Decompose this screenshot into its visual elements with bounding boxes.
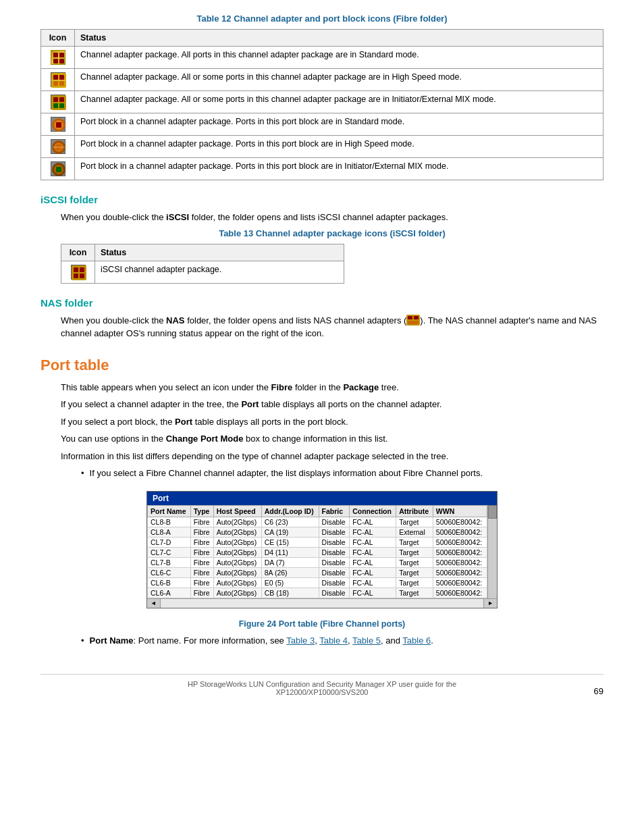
port-table-cell: FC-AL — [350, 567, 396, 577]
port-table-cell: FC-AL — [350, 537, 396, 547]
footer-product-text: HP StorageWorks LUN Configuration and Se… — [188, 680, 456, 696]
port-table-row: CL7-DFibreAuto(2Gbps)CE (15)DisableFC-AL… — [148, 537, 487, 547]
svg-rect-9 — [59, 81, 64, 86]
port-table-cell: CL6-A — [148, 588, 191, 598]
port-table-cell: Auto(2Gbps) — [213, 577, 261, 588]
scroll-right-btn[interactable]: ► — [483, 599, 497, 608]
port-table-wrapper: Port Name Type Host Speed Addr.(Loop ID)… — [147, 505, 487, 598]
port-table-cell: 50060E80042: — [433, 527, 487, 537]
port-table-cell: FC-AL — [350, 588, 396, 598]
port-table-cell: Disable — [319, 527, 350, 537]
port-table-row: CL7-CFibreAuto(2Gbps)D4 (11)DisableFC-AL… — [148, 547, 487, 557]
port-table-header-row: Port Name Type Host Speed Addr.(Loop ID)… — [148, 505, 487, 517]
figure24-caption: Figure 24 Port table (Fibre Channel port… — [41, 619, 603, 629]
port-table-screenshot: Port Port Name Type Host Speed Addr.(Loo… — [146, 491, 498, 608]
port-table-cell: Disable — [319, 567, 350, 577]
port-table-cell: Disable — [319, 557, 350, 567]
svg-rect-28 — [80, 267, 84, 272]
table12-container: Table 12 Channel adapter and port block … — [41, 14, 603, 180]
table-row: Port block in a channel adapter package.… — [41, 136, 603, 158]
port-table-cell: CL7-C — [148, 547, 191, 557]
port-table-cell: D4 (11) — [261, 547, 319, 557]
svg-rect-3 — [53, 59, 58, 63]
table13-row1-status: iSCSI channel adapter package. — [95, 261, 344, 283]
port-screenshot-scroll-area: Port Name Type Host Speed Addr.(Loop ID)… — [147, 505, 497, 598]
table12-row2-status: Channel adapter package. All or some por… — [75, 69, 603, 91]
port-table-cell: FC-AL — [350, 517, 396, 527]
port-table-cell: Fibre — [190, 557, 213, 567]
port-table-row: CL6-CFibreAuto(2Gbps)8A (26)DisableFC-AL… — [148, 567, 487, 577]
page-footer: HP StorageWorks LUN Configuration and Se… — [41, 674, 603, 696]
port-table-cell: Auto(2Gbps) — [213, 567, 261, 577]
col-port-name: Port Name — [148, 505, 191, 517]
link-table5[interactable]: Table 5 — [352, 635, 381, 646]
svg-rect-27 — [74, 267, 78, 272]
port-table-cell: CL8-B — [148, 517, 191, 527]
port-table-cell: FC-AL — [350, 527, 396, 537]
horizontal-scrollbar[interactable]: ◄ ► — [147, 598, 497, 608]
port-table-cell: Auto(2Gbps) — [213, 537, 261, 547]
col-wwn: WWN — [433, 505, 487, 517]
port-block-highspeed-icon — [51, 139, 65, 154]
port-table-cell: Fibre — [190, 567, 213, 577]
table-row: iSCSI channel adapter package. — [61, 261, 344, 283]
table12-header-icon: Icon — [41, 30, 75, 47]
link-table6[interactable]: Table 6 — [402, 635, 431, 646]
table-row: Channel adapter package. All or some por… — [41, 91, 603, 113]
link-table4[interactable]: Table 4 — [319, 635, 348, 646]
icon-pb-standard — [41, 113, 75, 136]
svg-rect-2 — [59, 53, 64, 57]
scroll-left-btn[interactable]: ◄ — [147, 599, 161, 608]
svg-rect-29 — [74, 273, 78, 278]
vertical-scrollbar[interactable] — [487, 505, 497, 598]
scrollbar-thumb[interactable] — [488, 505, 497, 519]
table12-row4-status: Port block in a channel adapter package.… — [75, 113, 603, 136]
icon-ca-mix — [41, 91, 75, 113]
port-table-cell: CL7-D — [148, 537, 191, 547]
port-table-cell: Target — [396, 557, 433, 567]
port-table-cell: E0 (5) — [261, 577, 319, 588]
port-table-bullet1: If you select a Fibre Channel channel ad… — [41, 467, 603, 480]
table13-header-status: Status — [95, 244, 344, 261]
table13-header-icon: Icon — [61, 244, 95, 261]
port-table-cell: Disable — [319, 547, 350, 557]
port-table-cell: CB (18) — [261, 588, 319, 598]
port-table-heading: Port table — [41, 357, 603, 374]
port-table-para5: Information in this list differs dependi… — [41, 450, 603, 463]
port-table-cell: Auto(2Gbps) — [213, 547, 261, 557]
col-type: Type — [190, 505, 213, 517]
table12-title: Table 12 Channel adapter and port block … — [41, 14, 603, 24]
channel-adapter-standard-icon — [51, 50, 65, 65]
port-table-cell: Target — [396, 537, 433, 547]
port-block-standard-icon — [51, 117, 65, 132]
port-table-cell: Fibre — [190, 527, 213, 537]
table13-container: Table 13 Channel adapter package icons (… — [41, 228, 603, 284]
table12-row3-status: Channel adapter package. All or some por… — [75, 91, 603, 113]
port-table-para3: If you select a port block, the Port tab… — [41, 415, 603, 429]
port-table-cell: DA (7) — [261, 557, 319, 567]
port-table-cell: Target — [396, 547, 433, 557]
port-table-cell: Fibre — [190, 588, 213, 598]
svg-rect-32 — [408, 316, 412, 319]
icon-iscsi-ca — [61, 261, 95, 283]
port-table-cell: Fibre — [190, 577, 213, 588]
svg-rect-15 — [59, 103, 64, 108]
nas-folder-intro: When you double-click the NAS folder, th… — [41, 314, 603, 340]
port-data-table: Port Name Type Host Speed Addr.(Loop ID)… — [147, 505, 487, 598]
svg-rect-18 — [56, 122, 61, 128]
svg-rect-1 — [53, 53, 58, 57]
table13: Icon Status — [61, 244, 344, 284]
port-table-cell: 50060E80042: — [433, 537, 487, 547]
port-table-cell: Disable — [319, 588, 350, 598]
table12-header-status: Status — [75, 30, 603, 47]
iscsi-channel-adapter-icon — [71, 265, 86, 280]
nas-folder-heading: NAS folder — [41, 297, 603, 309]
link-table3[interactable]: Table 3 — [286, 635, 315, 646]
port-name-label: Port Name — [90, 635, 134, 646]
port-table-cell: Fibre — [190, 537, 213, 547]
col-attribute: Attribute — [396, 505, 433, 517]
port-table-cell: 50060E80042: — [433, 547, 487, 557]
svg-rect-33 — [414, 316, 419, 319]
icon-ca-highspeed — [41, 69, 75, 91]
table-row: Port block in a channel adapter package.… — [41, 113, 603, 136]
